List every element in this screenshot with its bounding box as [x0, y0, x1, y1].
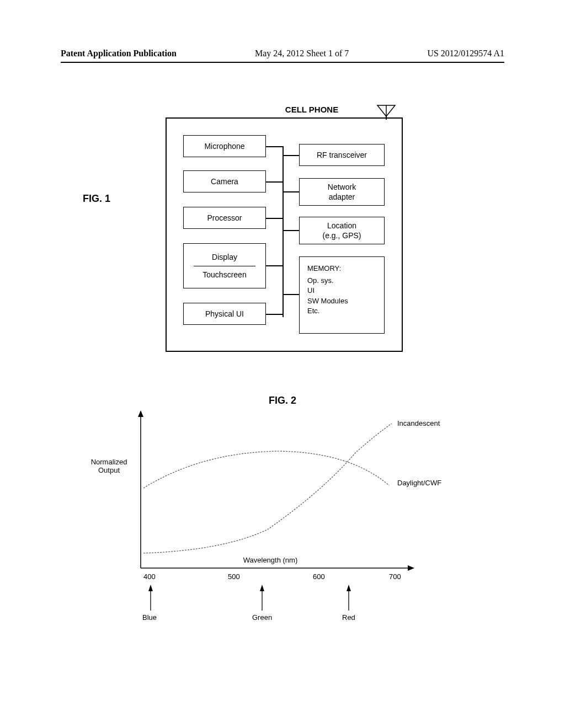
memory-line-2: SW Modules — [307, 296, 382, 306]
svg-marker-10 — [260, 585, 264, 591]
y-axis-label: Normalized Output — [86, 458, 132, 474]
page-header: Patent Application Publication May 24, 2… — [61, 49, 504, 58]
stub-memory — [284, 294, 299, 295]
series-daylight: Daylight/CWF — [397, 479, 441, 487]
stub-location — [284, 230, 299, 231]
svg-marker-6 — [408, 565, 414, 571]
stub-processor — [266, 218, 282, 219]
stub-mic — [266, 146, 282, 147]
cell-phone-box: Microphone Camera Processor Display Touc… — [166, 117, 403, 352]
microphone-block: Microphone — [183, 135, 266, 157]
header-right: US 2012/0129574 A1 — [427, 49, 504, 58]
header-divider — [61, 62, 504, 63]
tick-500: 500 — [228, 572, 240, 581]
ylabel-line1: Normalized — [86, 458, 132, 466]
fig2-label: FIG. 2 — [0, 395, 565, 406]
x-axis-label: Wavelength (nm) — [229, 556, 312, 564]
memory-line-1: UI — [307, 286, 382, 296]
display-touchscreen-block: Display Touchscreen — [183, 243, 266, 288]
physical-ui-block: Physical UI — [183, 303, 266, 325]
tick-700: 700 — [389, 572, 401, 581]
network-adapter-block: Network adapter — [299, 178, 385, 206]
tick-600: 600 — [313, 572, 325, 581]
color-green: Green — [252, 613, 272, 622]
header-center: May 24, 2012 Sheet 1 of 7 — [255, 49, 349, 58]
chart-svg — [91, 408, 455, 612]
stub-network — [284, 191, 299, 192]
antenna-icon — [376, 104, 396, 120]
ylabel-line2: Output — [86, 466, 132, 474]
display-label: Display — [212, 252, 237, 262]
rf-transceiver-block: RF transceiver — [299, 144, 385, 166]
stub-display — [266, 265, 282, 266]
memory-line-3: Etc. — [307, 306, 382, 316]
color-blue: Blue — [142, 613, 157, 622]
processor-block: Processor — [183, 207, 266, 229]
series-incandescent: Incandescent — [397, 419, 440, 427]
display-divider — [194, 266, 255, 266]
stub-rf — [284, 155, 299, 156]
memory-line-0: Op. sys. — [307, 276, 382, 286]
memory-title: MEMORY: — [307, 264, 382, 274]
svg-marker-12 — [347, 585, 351, 591]
camera-block: Camera — [183, 170, 266, 192]
fig1-label: FIG. 1 — [83, 193, 110, 205]
stub-camera — [266, 181, 282, 183]
header-left: Patent Application Publication — [61, 49, 177, 58]
bus-vertical — [282, 146, 284, 317]
stub-physical-ui — [266, 314, 282, 315]
tick-400: 400 — [143, 572, 156, 581]
fig2-chart: Normalized Output Wavelength (nm) 400 50… — [91, 408, 455, 612]
fig1-container: CELL PHONE Microphone Camera Processor D… — [154, 105, 414, 352]
location-block: Location (e.g., GPS) — [299, 217, 385, 244]
color-red: Red — [342, 613, 355, 622]
svg-marker-8 — [148, 585, 153, 591]
touchscreen-label: Touchscreen — [202, 270, 246, 280]
memory-block: MEMORY: Op. sys. UI SW Modules Etc. — [299, 256, 385, 334]
svg-marker-4 — [138, 410, 143, 417]
